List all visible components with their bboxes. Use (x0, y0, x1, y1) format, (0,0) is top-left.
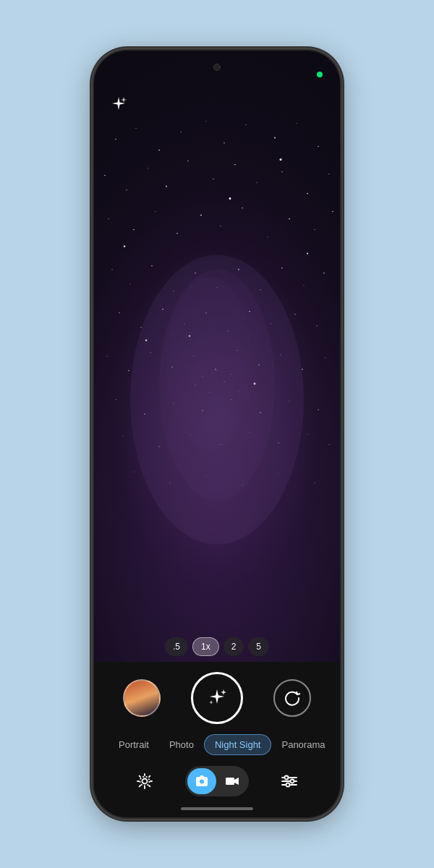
shutter-row (109, 672, 326, 724)
svg-point-71 (115, 399, 116, 400)
svg-marker-107 (234, 778, 239, 785)
svg-point-63 (326, 357, 326, 358)
svg-point-64 (124, 245, 125, 247)
phone-frame: .5 1x 2 5 (94, 51, 340, 817)
svg-point-25 (200, 215, 202, 216)
svg-point-10 (104, 175, 106, 176)
svg-point-31 (332, 211, 333, 212)
svg-point-9 (318, 146, 318, 147)
ai-sparkle-icon[interactable] (110, 95, 127, 117)
svg-point-79 (123, 435, 124, 436)
svg-point-13 (166, 186, 167, 187)
svg-point-102 (166, 277, 253, 451)
svg-point-30 (314, 229, 315, 230)
svg-point-33 (130, 284, 131, 284)
svg-point-51 (294, 314, 295, 315)
settings-button[interactable] (129, 765, 161, 797)
svg-point-105 (200, 780, 204, 784)
svg-point-8 (297, 123, 297, 124)
svg-point-92 (314, 482, 315, 483)
svg-point-53 (106, 356, 107, 357)
svg-point-26 (220, 226, 221, 226)
adjust-icon (280, 772, 299, 791)
svg-point-19 (307, 193, 308, 195)
svg-point-7 (274, 137, 276, 139)
svg-point-52 (316, 326, 317, 326)
svg-point-2 (158, 150, 160, 151)
svg-point-34 (151, 265, 153, 267)
flip-camera-icon (283, 689, 302, 707)
svg-point-27 (242, 208, 242, 208)
svg-point-24 (176, 233, 177, 234)
svg-point-104 (140, 777, 150, 786)
svg-point-5 (224, 142, 224, 143)
front-camera (213, 64, 221, 71)
video-camera-icon (225, 774, 239, 788)
mode-portrait[interactable]: Portrait (109, 735, 159, 754)
svg-point-54 (128, 370, 129, 372)
photo-camera-icon (195, 774, 209, 788)
zoom-2-button[interactable]: 2 (224, 637, 244, 656)
svg-point-103 (142, 779, 148, 784)
svg-point-22 (133, 229, 135, 231)
svg-point-12 (148, 168, 149, 169)
home-bar (181, 807, 253, 810)
svg-point-0 (115, 139, 116, 140)
last-photo-thumbnail[interactable] (123, 679, 161, 717)
shutter-inner (197, 678, 237, 718)
svg-point-78 (318, 409, 318, 410)
mode-photo[interactable]: Photo (159, 735, 204, 754)
svg-point-21 (108, 218, 109, 219)
svg-point-29 (289, 218, 290, 220)
svg-point-4 (206, 121, 207, 122)
svg-point-11 (126, 190, 127, 190)
svg-point-28 (268, 237, 268, 237)
stars-overlay (94, 51, 340, 662)
home-indicator (109, 807, 326, 817)
svg-point-44 (140, 327, 141, 328)
svg-point-15 (213, 179, 213, 179)
camera-viewfinder[interactable]: .5 1x 2 5 (94, 51, 340, 662)
svg-point-6 (245, 124, 246, 125)
mode-selector: Portrait Photo Night Sight Panorama (109, 734, 326, 755)
zoom-controls: .5 1x 2 5 (165, 637, 269, 656)
svg-point-65 (229, 197, 231, 200)
status-indicator (317, 72, 323, 77)
settings-icon (135, 772, 154, 791)
svg-point-14 (187, 161, 188, 161)
flip-camera-button[interactable] (273, 679, 311, 717)
zoom-1x-button[interactable]: 1x (192, 637, 219, 656)
svg-point-111 (285, 776, 289, 780)
svg-point-1 (136, 128, 137, 129)
camera-controls: Portrait Photo Night Sight Panorama (94, 662, 340, 817)
svg-point-62 (302, 369, 303, 370)
svg-point-41 (304, 285, 305, 286)
svg-point-42 (323, 273, 325, 274)
svg-point-112 (291, 780, 294, 783)
svg-rect-106 (226, 778, 234, 785)
shutter-button[interactable] (191, 672, 243, 724)
svg-point-43 (119, 312, 119, 313)
status-bar (94, 51, 340, 88)
svg-point-17 (257, 182, 258, 183)
svg-point-23 (156, 211, 156, 212)
mode-night-sight[interactable]: Night Sight (204, 734, 272, 755)
svg-point-3 (180, 132, 181, 132)
night-sight-sparkle-icon (206, 687, 228, 709)
svg-point-18 (281, 171, 282, 172)
adjust-button[interactable] (273, 765, 305, 797)
video-mode-button[interactable] (218, 768, 247, 794)
svg-point-85 (307, 434, 308, 435)
zoom-0.5-button[interactable]: .5 (165, 637, 188, 656)
svg-point-16 (234, 164, 236, 166)
svg-point-20 (328, 174, 329, 174)
svg-point-86 (328, 444, 329, 445)
svg-point-87 (134, 472, 135, 472)
svg-point-40 (281, 268, 282, 268)
zoom-5-button[interactable]: 5 (248, 637, 269, 656)
mode-panorama[interactable]: Panorama (271, 735, 335, 754)
photo-mode-button[interactable] (187, 768, 216, 794)
svg-point-113 (286, 783, 290, 787)
toolbar-row (109, 765, 326, 797)
svg-point-68 (280, 158, 282, 161)
